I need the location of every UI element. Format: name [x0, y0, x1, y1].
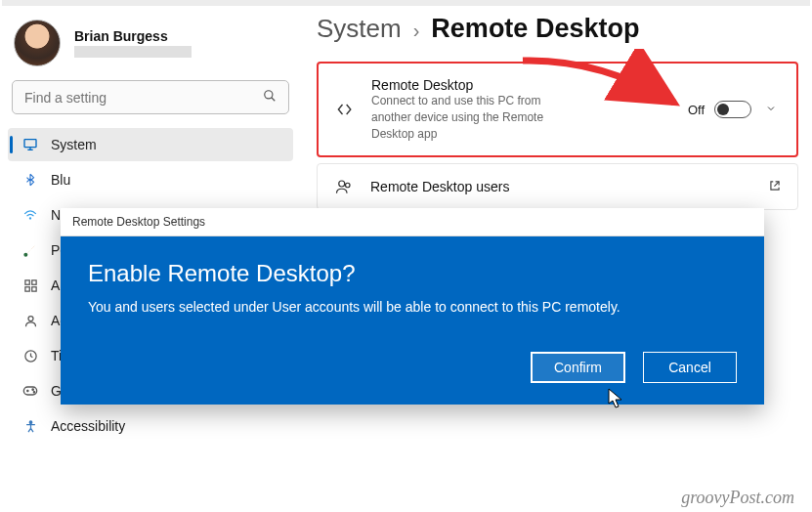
dialog-text: You and users selected under User accoun… [88, 299, 737, 315]
svg-point-6 [23, 253, 27, 257]
clock-icon [21, 347, 39, 364]
toggle-knob [717, 104, 729, 115]
svg-point-0 [265, 91, 273, 99]
sidebar-item-accessibility[interactable]: Accessibility [8, 409, 293, 443]
svg-rect-10 [31, 286, 35, 290]
svg-rect-7 [24, 279, 28, 283]
sidebar-item-label: System [51, 137, 97, 152]
card-title: Remote Desktop users [370, 179, 752, 194]
apps-icon [21, 277, 39, 294]
sidebar-item-label: Accessibility [51, 418, 125, 434]
svg-rect-9 [24, 286, 28, 290]
dialog-titlebar: Remote Desktop Settings [61, 208, 764, 236]
svg-point-16 [32, 389, 33, 390]
person-icon [21, 312, 39, 329]
monitor-icon [21, 136, 39, 153]
sidebar-item-bluetooth[interactable]: Blu [8, 163, 293, 196]
remote-desktop-toggle[interactable] [714, 101, 751, 118]
svg-point-20 [346, 184, 351, 189]
search-input[interactable] [24, 90, 263, 106]
confirm-dialog: Remote Desktop Settings Enable Remote De… [61, 208, 764, 405]
card-description: Connect to and use this PC from another … [371, 93, 577, 142]
svg-point-17 [33, 392, 34, 393]
remote-desktop-icon [334, 100, 356, 119]
accessibility-icon [21, 417, 39, 435]
gamepad-icon [21, 382, 39, 400]
chevron-down-icon[interactable] [761, 102, 781, 117]
brush-icon [21, 241, 39, 259]
user-name: Brian Burgess [74, 28, 192, 44]
open-external-icon[interactable] [768, 179, 782, 195]
remote-desktop-card[interactable]: Remote Desktop Connect to and use this P… [317, 62, 798, 157]
svg-point-19 [339, 181, 345, 187]
avatar [14, 20, 61, 66]
breadcrumb: System › Remote Desktop [317, 14, 798, 44]
card-title: Remote Desktop [371, 77, 672, 93]
users-icon [333, 178, 355, 195]
sidebar-item-label: Blu [51, 172, 70, 188]
search-icon [263, 89, 277, 106]
svg-rect-2 [24, 140, 36, 148]
cancel-button[interactable]: Cancel [643, 352, 737, 383]
breadcrumb-parent[interactable]: System [317, 14, 402, 44]
toggle-state-label: Off [688, 103, 705, 117]
svg-line-1 [272, 98, 276, 102]
svg-point-18 [29, 420, 32, 423]
page-title: Remote Desktop [431, 14, 639, 44]
sidebar-item-system[interactable]: System [8, 128, 293, 161]
remote-desktop-users-card[interactable]: Remote Desktop users [317, 163, 798, 210]
svg-point-11 [28, 316, 33, 320]
dialog-heading: Enable Remote Desktop? [88, 260, 737, 287]
watermark: groovyPost.com [681, 488, 794, 508]
search-box[interactable] [12, 80, 289, 114]
confirm-button[interactable]: Confirm [531, 352, 625, 383]
user-account-row[interactable]: Brian Burgess [8, 16, 293, 80]
chevron-right-icon: › [413, 20, 420, 42]
svg-point-5 [29, 217, 31, 219]
svg-rect-8 [31, 279, 35, 283]
bluetooth-icon [21, 171, 39, 189]
user-email-placeholder [74, 46, 192, 58]
svg-rect-13 [23, 387, 36, 395]
wifi-icon [21, 206, 39, 224]
